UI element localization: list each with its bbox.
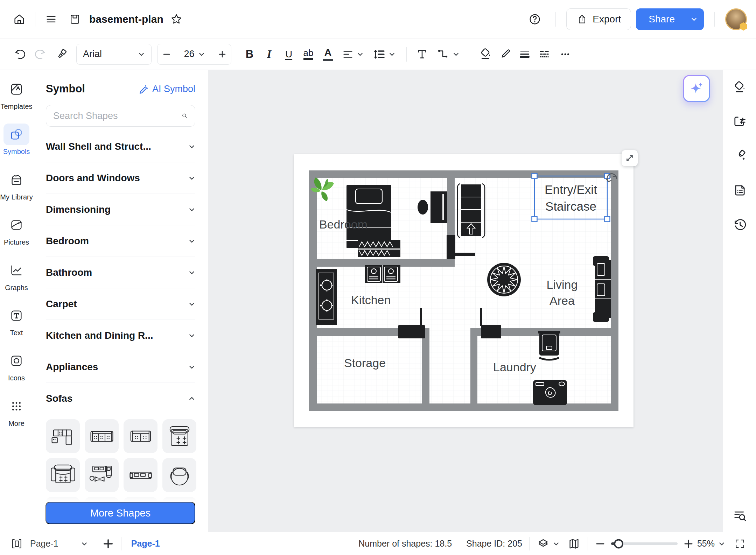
main-menu-button[interactable] [41,9,61,29]
selected-text-line-2[interactable]: Staircase [545,199,596,213]
category-sofas[interactable]: Sofas [46,383,195,414]
share-dropdown-button[interactable] [684,8,704,30]
category-bathroom[interactable]: Bathroom [46,257,195,288]
line-weight-button[interactable] [515,44,534,64]
strikethrough-button[interactable]: ab [299,44,318,64]
text-tool-button[interactable] [412,44,432,64]
fit-page-button[interactable] [622,150,638,166]
pen-style-button[interactable] [495,44,515,64]
sidebar-item-symbols[interactable]: Symbols [0,124,33,155]
font-size-decrease-button[interactable] [158,44,176,64]
symbol-thumb-sectional-sofa[interactable] [46,419,80,453]
room-label-laundry[interactable]: Laundry [493,360,536,374]
category-kitchen-and-dining-r[interactable]: Kitchen and Dining R... [46,320,195,351]
italic-button[interactable]: I [259,44,279,64]
font-size-increase-button[interactable] [213,44,231,64]
notes-button[interactable] [731,182,748,199]
navigator-button[interactable] [567,537,581,550]
zoom-slider-thumb[interactable] [614,539,623,548]
stove-shape[interactable] [316,269,337,325]
room-label-living-1[interactable]: Living [547,278,578,291]
ai-assistant-button[interactable] [683,75,710,102]
rug-shape[interactable] [358,240,400,257]
font-family-select[interactable]: Arial [76,44,152,65]
object-filter-button[interactable] [731,507,748,524]
room-label-bedroom[interactable]: Bedroom [319,218,368,231]
bed-shape[interactable] [346,185,391,248]
text-align-button[interactable] [338,44,367,64]
layers-button[interactable] [537,537,560,550]
share-button[interactable]: Share [636,8,704,30]
room-label-living-2[interactable]: Area [550,294,575,307]
round-rug-shape[interactable] [487,263,521,296]
symbol-thumb-armchair-with-arms[interactable] [46,458,80,492]
underline-button[interactable]: U [279,44,299,64]
export-button[interactable]: Export [566,8,631,30]
home-button[interactable] [9,9,29,29]
more-tools-button[interactable] [555,44,575,64]
chair-shape[interactable] [418,200,428,215]
font-color-button[interactable]: A [318,44,338,64]
help-button[interactable] [525,9,545,29]
history-button[interactable] [731,216,748,233]
zoom-slider[interactable] [611,542,678,545]
sidebar-item-my-library[interactable]: My Library [0,169,33,201]
zoom-out-button[interactable] [595,539,606,549]
fullscreen-button[interactable] [734,538,746,550]
line-style-button[interactable] [534,44,554,64]
page-panel-button[interactable] [10,537,24,551]
favorite-button[interactable] [166,9,187,29]
page-setup-button[interactable] [731,113,748,130]
canvas-page[interactable]: Bedroom Kitchen Living Area Storage Laun… [294,154,634,427]
room-label-storage[interactable]: Storage [344,356,386,370]
desk-shape[interactable] [430,191,447,223]
zoom-in-button[interactable] [683,539,694,549]
symbol-thumb-three-seat-sofa[interactable] [85,419,119,453]
fill-color-button[interactable] [476,44,495,64]
sidebar-item-icons[interactable]: Icons [0,350,33,382]
selected-text-line-1[interactable]: Entry/Exit [545,183,597,196]
style-fill-button[interactable] [731,79,748,96]
active-page-tab[interactable]: Page-1 [128,539,163,549]
category-doors-and-windows[interactable]: Doors and Windows [46,162,195,194]
zoom-level-select[interactable]: 55% [697,539,725,549]
sidebar-item-graphs[interactable]: Graphs [0,260,33,291]
room-label-kitchen[interactable]: Kitchen [351,293,391,307]
format-painter-button[interactable] [52,44,71,64]
symbol-thumb-sofa-set[interactable] [85,458,119,492]
connector-tool-button[interactable] [432,44,464,64]
symbol-thumb-two-seat-sofa[interactable] [124,419,158,453]
redo-button[interactable] [30,44,50,64]
sidebar-item-pictures[interactable]: Pictures [0,214,33,246]
font-size-select[interactable]: 26 [176,44,213,64]
category-wall-shell-and-struct[interactable]: Wall Shell and Struct... [46,131,195,162]
sidebar-item-more[interactable]: More [0,395,33,427]
ai-symbol-button[interactable]: AI Symbol [138,83,195,94]
washing-machine-shape[interactable] [533,380,567,405]
page-selector[interactable]: Page-1 [30,539,88,549]
sink-shape[interactable] [365,265,400,283]
water-heater-shape[interactable] [538,331,560,360]
document-title[interactable]: basement-plan [89,13,163,25]
bold-button[interactable]: B [240,44,259,64]
symbol-thumb-square-armchair[interactable] [162,419,196,453]
theme-style-button[interactable] [731,148,748,164]
search-icon[interactable] [181,110,188,122]
add-page-button[interactable] [102,538,114,550]
category-bedroom[interactable]: Bedroom [46,225,195,257]
avatar[interactable] [725,8,747,30]
undo-button[interactable] [10,44,30,64]
category-dimensioning[interactable]: Dimensioning [46,194,195,225]
save-button[interactable] [65,9,85,29]
sidebar-item-text[interactable]: Text [0,305,33,337]
category-carpet[interactable]: Carpet [46,288,195,320]
symbol-thumb-low-three-seat-sofa[interactable] [124,458,158,492]
symbol-thumb-round-chair[interactable] [162,458,196,492]
more-shapes-button[interactable]: More Shapes [46,502,195,524]
drawing-canvas[interactable]: Bedroom Kitchen Living Area Storage Laun… [208,70,723,532]
staircase-shape[interactable] [457,184,485,238]
line-spacing-button[interactable] [367,44,401,64]
sofa-shape[interactable] [593,256,611,322]
share-label[interactable]: Share [636,14,684,25]
sidebar-item-templates[interactable]: Templates [0,78,33,110]
